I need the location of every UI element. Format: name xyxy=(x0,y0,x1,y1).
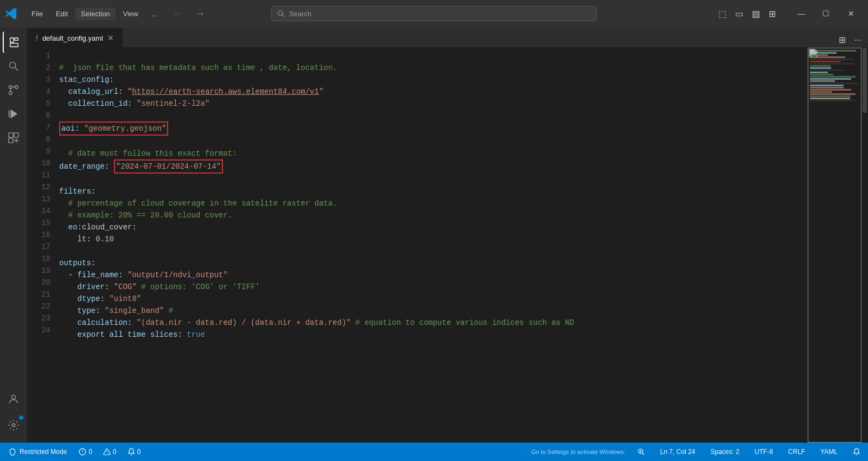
code-line-11[interactable] xyxy=(57,174,807,185)
code-editor[interactable]: # json file that has metadata such as ti… xyxy=(57,48,807,443)
sidebar-item-run[interactable] xyxy=(3,103,24,125)
code-line-17[interactable] xyxy=(57,245,807,257)
code-line-4[interactable]: catalog_url: "https://earth-search.aws.e… xyxy=(57,86,807,98)
code-line-24[interactable]: export all time slices: true xyxy=(57,329,807,341)
titlebar-controls: ⬚ ▭ ▧ ⊞ xyxy=(716,7,778,21)
svg-rect-15 xyxy=(14,133,18,137)
svg-point-8 xyxy=(15,86,18,89)
svg-point-18 xyxy=(12,424,15,427)
editor-area: 123456789101112131415161718192021222324 … xyxy=(27,48,868,443)
line-ending-button[interactable]: CRLF xyxy=(785,447,808,457)
line-numbers: 123456789101112131415161718192021222324 xyxy=(27,48,57,443)
errors-button[interactable]: 0 xyxy=(75,447,95,457)
activate-windows-text: Go to Settings to activate Windows. xyxy=(531,449,626,455)
tab-bar: ! default_config.yaml ✕ ⊞ ··· xyxy=(27,27,868,48)
svg-point-9 xyxy=(9,86,12,89)
more-actions-button[interactable]: ··· xyxy=(852,33,864,47)
sidebar-item-explorer[interactable] xyxy=(3,31,24,53)
encoding-label: UTF-8 xyxy=(755,448,773,456)
notification-count: 0 xyxy=(137,448,141,456)
code-line-9[interactable]: # date must follow this exact format: xyxy=(57,148,807,159)
warning-icon xyxy=(103,448,111,456)
statusbar: Restricted Mode 0 0 0 xyxy=(0,443,868,461)
code-line-16[interactable]: lt: 0.10 xyxy=(57,233,807,245)
minimap-thumbnail xyxy=(808,48,861,443)
tab-default-config[interactable]: ! default_config.yaml ✕ xyxy=(27,28,123,47)
svg-line-6 xyxy=(15,68,18,71)
svg-point-7 xyxy=(9,92,12,95)
minimize-button[interactable]: — xyxy=(789,5,814,22)
code-line-12[interactable]: filters: xyxy=(57,185,807,197)
code-line-18[interactable]: outputs: xyxy=(57,257,807,269)
svg-rect-2 xyxy=(10,38,14,42)
code-line-20[interactable]: driver: "COG" # options: 'COG' or 'TIFF' xyxy=(57,281,807,293)
sidebar-item-account[interactable] xyxy=(3,388,24,410)
layout-panel-icon[interactable]: ▭ xyxy=(733,7,745,21)
code-line-7[interactable]: aoi: "geometry.geojson" xyxy=(57,121,807,136)
menu-file[interactable]: File xyxy=(26,8,48,20)
menu-bar: File Edit Selection View ... xyxy=(26,8,163,20)
code-line-8[interactable] xyxy=(57,136,807,148)
scrollbar-thumb[interactable] xyxy=(863,48,867,113)
code-line-10[interactable]: date_range: "2024-07-01/2024-07-14" xyxy=(57,159,807,174)
tab-dirty-icon: ! xyxy=(36,34,38,42)
cursor-position[interactable]: Ln 7, Col 24 xyxy=(657,447,699,457)
error-icon xyxy=(79,448,86,456)
zoom-icon xyxy=(637,448,645,456)
tab-bar-actions: ⊞ ··· xyxy=(837,33,868,47)
shield-icon xyxy=(9,448,16,456)
indentation-label: Spaces: 2 xyxy=(710,448,739,456)
warnings-button[interactable]: 0 xyxy=(100,447,120,457)
svg-rect-4 xyxy=(10,43,18,47)
code-line-2[interactable]: # json file that has metadata such as ti… xyxy=(57,62,807,74)
code-line-3[interactable]: stac_config: xyxy=(57,74,807,86)
code-line-15[interactable]: eo:cloud_cover: xyxy=(57,221,807,233)
sidebar-item-settings[interactable] xyxy=(3,414,24,436)
menu-more[interactable]: ... xyxy=(146,8,163,20)
search-icon xyxy=(277,10,285,17)
sidebar-item-source-control[interactable] xyxy=(3,79,24,101)
close-button[interactable]: ✕ xyxy=(839,5,864,22)
nav-back-button[interactable]: ← xyxy=(169,6,186,22)
activity-bar-bottom xyxy=(3,388,24,443)
search-bar[interactable]: Search xyxy=(271,6,597,21)
code-line-14[interactable]: # example: 20% == 20.00 cloud cover. xyxy=(57,209,807,221)
code-line-1[interactable] xyxy=(57,50,807,62)
search-placeholder: Search xyxy=(289,10,311,18)
svg-point-17 xyxy=(11,395,15,399)
menu-selection[interactable]: Selection xyxy=(75,8,115,20)
code-line-23[interactable]: calculation: "(data.nir - data.red) / (d… xyxy=(57,317,807,329)
maximize-button[interactable]: ☐ xyxy=(814,5,839,22)
main-area: ! default_config.yaml ✕ ⊞ ··· 1234567891… xyxy=(0,27,868,443)
code-line-21[interactable]: dtype: "uint8" xyxy=(57,293,807,305)
language-button[interactable]: YAML xyxy=(817,447,841,457)
error-count: 0 xyxy=(88,448,92,456)
code-line-19[interactable]: - file_name: "output/1/ndvi_output" xyxy=(57,269,807,281)
split-editor-button[interactable]: ⊞ xyxy=(837,33,848,47)
zoom-button[interactable] xyxy=(634,447,648,457)
indentation-button[interactable]: Spaces: 2 xyxy=(707,447,742,457)
vertical-scrollbar[interactable] xyxy=(861,48,868,443)
notifications-button[interactable]: 0 xyxy=(124,447,144,457)
code-line-6[interactable] xyxy=(57,110,807,121)
layout-split-icon[interactable]: ▧ xyxy=(750,7,762,21)
sidebar-item-extensions[interactable] xyxy=(3,127,24,149)
menu-view[interactable]: View xyxy=(118,8,144,20)
encoding-button[interactable]: UTF-8 xyxy=(751,447,776,457)
svg-point-0 xyxy=(278,11,283,15)
nav-forward-button[interactable]: → xyxy=(192,6,208,22)
sidebar-item-search[interactable] xyxy=(3,55,24,77)
warning-count: 0 xyxy=(113,448,117,456)
minimap xyxy=(807,48,861,443)
notifications-bell-button[interactable] xyxy=(850,447,864,457)
restricted-mode-button[interactable]: Restricted Mode xyxy=(4,447,71,457)
layout-customize-icon[interactable]: ⊞ xyxy=(767,7,778,21)
layout-sidebar-icon[interactable]: ⬚ xyxy=(716,7,729,21)
notification-icon xyxy=(127,448,135,456)
code-line-13[interactable]: # percentage of cloud coverage in the sa… xyxy=(57,197,807,209)
code-line-5[interactable]: collection_id: "sentinel-2-l2a" xyxy=(57,98,807,110)
code-line-22[interactable]: type: "single_band" # xyxy=(57,305,807,317)
tab-close-button[interactable]: ✕ xyxy=(107,34,114,42)
menu-edit[interactable]: Edit xyxy=(50,8,73,20)
titlebar: File Edit Selection View ... ← → Search … xyxy=(0,0,868,27)
